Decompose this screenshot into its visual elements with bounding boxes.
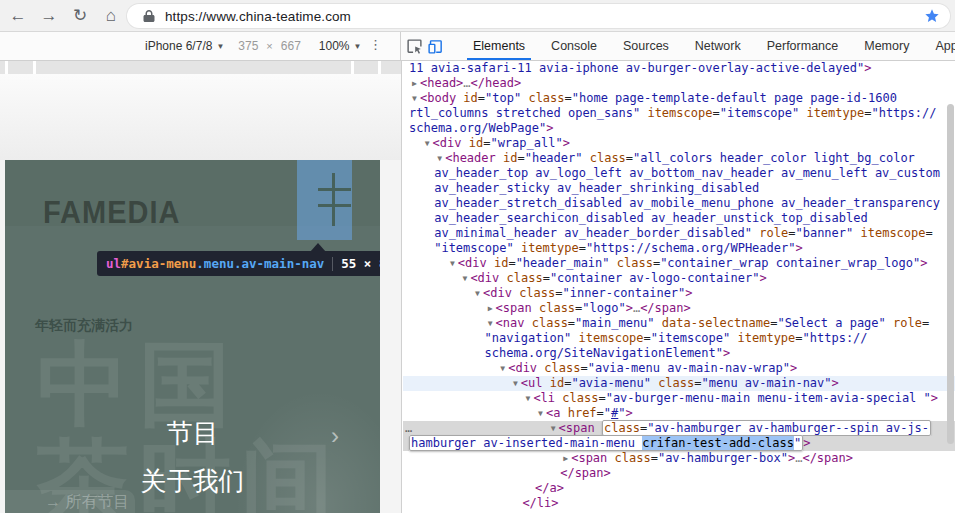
device-toolbar: iPhone 6/7/8 ▼ 375 × 667 100% ▼ ⋮ — [0, 32, 401, 60]
dom-tree-node[interactable]: </a> — [403, 481, 955, 496]
lock-icon — [143, 9, 155, 23]
scrollbar-thumb[interactable] — [947, 104, 954, 444]
tab-performance[interactable]: Performance — [761, 32, 845, 60]
dom-tree-node[interactable]: ▼<div class="inner-container"> — [403, 286, 955, 301]
tooltip-classes: .menu.av-main-nav — [196, 256, 324, 271]
dom-tree-node[interactable]: ▶<span class="av-hamburger-box">…</span> — [403, 451, 955, 466]
dom-tree-node[interactable]: av_header_stretch_disabled av_mobile_men… — [403, 196, 955, 211]
viewport-height-input[interactable]: 667 — [281, 39, 301, 53]
expand-arrow-open-icon[interactable]: ▼ — [472, 286, 483, 301]
expand-arrow-open-icon[interactable]: ▼ — [522, 391, 533, 406]
chevron-down-icon: ▼ — [354, 42, 362, 51]
tab-elements[interactable]: Elements — [467, 32, 531, 60]
dimension-separator: × — [266, 40, 272, 52]
nav-menu-item[interactable]: 关于我们 — [141, 466, 245, 496]
device-select[interactable]: iPhone 6/7/8 ▼ — [145, 39, 224, 53]
chevron-down-icon: ▼ — [216, 42, 224, 51]
media-query-bar[interactable] — [0, 61, 401, 74]
gutter-marker: … — [405, 421, 412, 436]
dom-tree-node[interactable]: ▼<div id="wrap_all"> — [403, 136, 955, 151]
dom-tree-node[interactable]: ▼<li class="av-burger-menu-main menu-ite… — [403, 391, 955, 406]
zoom-select[interactable]: 100% ▼ — [319, 39, 362, 53]
inspect-element-icon[interactable] — [406, 34, 423, 58]
viewport-width-input[interactable]: 375 — [238, 39, 258, 53]
expand-arrow-open-icon[interactable]: ▼ — [510, 376, 521, 391]
dom-tree-node[interactable]: schema.org/WebPage"> — [403, 121, 955, 136]
pane-divider[interactable] — [401, 61, 402, 513]
home-icon[interactable]: ⌂ — [98, 3, 124, 29]
nav-menu-item[interactable]: 节目 — [167, 418, 219, 448]
devtools-tab-bar: ElementsConsoleSourcesNetworkPerformance… — [402, 32, 955, 60]
toolbar-row: iPhone 6/7/8 ▼ 375 × 667 100% ▼ ⋮ Elemen… — [0, 32, 955, 61]
dom-tree-node[interactable]: ▶<span class="logo">…</span> — [403, 301, 955, 316]
hamburger-icon[interactable] — [332, 173, 335, 226]
dom-tree-node[interactable]: schema.org/SiteNavigationElement"> — [403, 346, 955, 361]
dom-tree-node[interactable]: av_minimal_header av_header_border_disab… — [403, 226, 955, 241]
tab-application[interactable]: Application — [929, 32, 955, 60]
forward-arrow-icon[interactable]: → — [36, 3, 62, 29]
expand-arrow-open-icon[interactable]: ▼ — [409, 91, 420, 106]
dom-tree-node[interactable]: "itemscope" itemtype="https://schema.org… — [403, 241, 955, 256]
bookmark-star-icon[interactable] — [924, 8, 940, 24]
dom-tree-node[interactable]: 11 avia-safari-11 avia-iphone av-burger-… — [403, 61, 955, 76]
dom-tree-node[interactable]: hamburger av-inserted-main-menu crifan-t… — [403, 436, 955, 451]
dom-tree-node[interactable]: ▼<div class="container av-logo-container… — [403, 271, 955, 286]
dom-tree-node[interactable]: …▼<span class="av-hamburger av-hamburger… — [403, 421, 955, 436]
tooltip-id: #avia-menu — [121, 256, 196, 271]
dom-tree-node[interactable]: ▼<body id="top" class="home page-templat… — [403, 91, 955, 106]
kebab-menu-icon[interactable]: ⋮ — [369, 37, 382, 52]
tooltip-dimensions: 55 × 80 — [341, 256, 380, 271]
site-logo[interactable]: FAMEDIA — [43, 195, 181, 231]
dom-tree-node[interactable]: </span> — [403, 466, 955, 481]
dom-tree-node[interactable]: ▶<head>…</head> — [403, 76, 955, 91]
expand-arrow-closed-icon[interactable]: ▶ — [560, 451, 571, 466]
expand-arrow-open-icon[interactable]: ▼ — [422, 136, 433, 151]
expand-arrow-open-icon[interactable]: ▼ — [497, 361, 508, 376]
tab-sources[interactable]: Sources — [617, 32, 675, 60]
dom-tree-node[interactable]: ▼<div class="avia-menu av-main-nav-wrap"… — [403, 361, 955, 376]
expand-arrow-open-icon[interactable]: ▼ — [459, 271, 470, 286]
dom-tree-node[interactable]: "navigation" itemscope="itemscope" itemt… — [403, 331, 955, 346]
zoom-label: 100% — [319, 39, 350, 53]
devtools-tabs: ElementsConsoleSourcesNetworkPerformance… — [460, 32, 955, 60]
expand-arrow-closed-icon[interactable]: ▶ — [485, 301, 496, 316]
expand-arrow-open-icon[interactable]: ▼ — [535, 406, 546, 421]
dom-tree-node[interactable]: av_header_sticky av_header_shrinking_dis… — [403, 181, 955, 196]
url-text: https://www.china-teatime.com — [165, 9, 351, 24]
dom-tree-node[interactable]: </li> — [403, 496, 955, 511]
tab-memory[interactable]: Memory — [858, 32, 915, 60]
expand-arrow-open-icon[interactable]: ▼ — [434, 151, 445, 166]
elements-panel-dom-tree[interactable]: 11 avia-safari-11 avia-iphone av-burger-… — [403, 61, 955, 513]
inspect-tooltip: ul#avia-menu.menu.av-main-nav 55 × 80 — [97, 251, 380, 276]
device-label: iPhone 6/7/8 — [145, 39, 212, 53]
tooltip-divider — [332, 257, 333, 271]
back-arrow-icon[interactable]: ← — [5, 3, 31, 29]
emulated-page: FAMEDIA 年轻而充满活力 中国 茶时间 → 所有节目 节目关于我们合作伙伴… — [5, 160, 380, 513]
reload-icon[interactable]: ↻ — [67, 3, 93, 29]
dom-tree-node[interactable]: ▼<header id="header" class="all_colors h… — [403, 151, 955, 166]
tooltip-tag: ul — [106, 256, 121, 271]
toggle-device-toolbar-icon[interactable] — [427, 34, 444, 58]
dom-tree-node[interactable]: av_header_top av_logo_left av_bottom_nav… — [403, 166, 955, 181]
inspect-highlight-overlay — [297, 160, 352, 240]
device-viewport-area: FAMEDIA 年轻而充满活力 中国 茶时间 → 所有节目 节目关于我们合作伙伴… — [0, 61, 401, 513]
browser-toolbar: ← → ↻ ⌂ https://www.china-teatime.com — [0, 0, 955, 32]
dom-tree-node[interactable]: rtl_columns stretched open_sans" itemsco… — [403, 106, 955, 121]
expand-arrow-open-icon[interactable]: ▼ — [447, 256, 458, 271]
expand-arrow-open-icon[interactable]: ▼ — [485, 316, 496, 331]
tab-network[interactable]: Network — [689, 32, 747, 60]
mobile-nav-menu: 节目关于我们合作伙伴联系我们 — [5, 418, 380, 513]
address-bar[interactable]: https://www.china-teatime.com — [127, 4, 950, 28]
tab-console[interactable]: Console — [545, 32, 603, 60]
dom-tree-node[interactable]: ▼<ul id="avia-menu" class="menu av-main-… — [403, 376, 955, 391]
dom-tree-node[interactable]: ▼<a href="#"> — [403, 406, 955, 421]
dom-tree-node[interactable]: av_header_searchicon_disabled av_header_… — [403, 211, 955, 226]
dom-tree-node[interactable]: ▼<div id="header_main" class="container_… — [403, 256, 955, 271]
dom-tree-node[interactable]: ▼<nav class="main_menu" data-selectname=… — [403, 316, 955, 331]
submenu-chevron-icon[interactable]: › — [331, 422, 339, 450]
viewport-margin — [0, 74, 401, 160]
expand-arrow-closed-icon[interactable]: ▶ — [409, 76, 420, 91]
expand-arrow-open-icon[interactable]: ▼ — [548, 421, 559, 436]
